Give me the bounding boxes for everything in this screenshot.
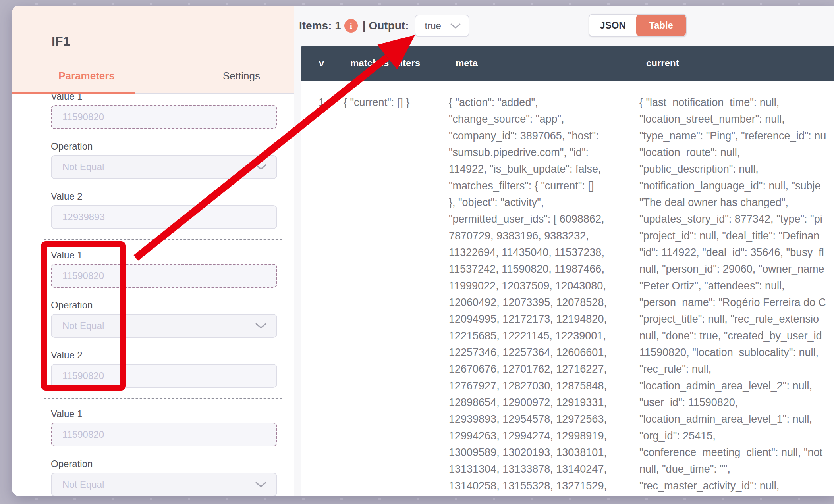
- operation-select[interactable]: Not Equal: [51, 473, 277, 496]
- items-count: Items: 1: [299, 19, 341, 32]
- cell-current: { "last_notification_time": null,"locati…: [639, 94, 834, 496]
- column-header-meta[interactable]: meta: [456, 46, 478, 81]
- parameters-scroll-area[interactable]: Value 1 Operation Not Equal Value 2 Valu…: [12, 94, 294, 496]
- node-header: IF1 Parameters Settings: [12, 6, 294, 94]
- condition-group-2: Value 1 Operation Not Equal Value 2: [51, 250, 294, 400]
- column-header-current[interactable]: current: [646, 46, 679, 81]
- tab-settings[interactable]: Settings: [223, 70, 260, 82]
- output-header: Items: 1 i | Output: true: [299, 6, 469, 46]
- field-label: Value 1: [51, 408, 294, 419]
- field-label: Operation: [51, 141, 294, 152]
- node-details-modal: IF1 Parameters Settings Value 1 Operatio…: [12, 6, 834, 496]
- field-label: Value 1: [51, 94, 294, 102]
- column-header-v[interactable]: v: [301, 46, 342, 81]
- field-label: Operation: [51, 458, 294, 469]
- field-label: Value 1: [51, 250, 294, 261]
- field-label: Operation: [51, 300, 294, 311]
- table-body[interactable]: 1 { "current": [] } { "action": "added",…: [301, 81, 834, 496]
- value2-input[interactable]: [51, 205, 277, 229]
- output-branch-select[interactable]: true: [415, 15, 469, 37]
- workflow-canvas-background: IF1 Parameters Settings Value 1 Operatio…: [0, 0, 834, 504]
- tab-parameters[interactable]: Parameters: [58, 70, 115, 82]
- node-title: IF1: [52, 34, 70, 49]
- view-toggle-table[interactable]: Table: [636, 15, 686, 36]
- field-label: Value 2: [51, 191, 294, 202]
- cell-meta: { "action": "added","change_source": "ap…: [449, 94, 626, 496]
- chevron-down-icon: [254, 164, 268, 171]
- table-header-row: v matches_filters meta current: [301, 46, 834, 81]
- cell-matches-filters: { "current": [] }: [344, 94, 409, 111]
- chevron-down-icon: [254, 481, 268, 488]
- operation-select[interactable]: Not Equal: [51, 155, 277, 179]
- output-label: | Output:: [363, 19, 409, 32]
- field-label: Value 2: [51, 350, 294, 361]
- view-mode-toggle: JSON Table: [589, 14, 687, 37]
- value1-input[interactable]: [51, 423, 277, 446]
- info-icon[interactable]: i: [344, 19, 358, 33]
- chevron-down-icon: [450, 23, 461, 29]
- operation-select[interactable]: Not Equal: [51, 314, 277, 338]
- value2-input[interactable]: [51, 364, 277, 388]
- chevron-down-icon: [254, 322, 268, 329]
- column-header-matches-filters[interactable]: matches_filters: [350, 46, 420, 81]
- output-branch-value: true: [425, 20, 441, 31]
- output-pane: Items: 1 i | Output: true JSON Table v m…: [294, 6, 834, 496]
- node-parameters-pane: IF1 Parameters Settings Value 1 Operatio…: [12, 6, 294, 496]
- value1-input[interactable]: [51, 264, 277, 288]
- condition-group-3: Value 1 Operation Not Equal: [51, 408, 294, 496]
- row-index: 1: [301, 94, 342, 111]
- value1-input[interactable]: [51, 105, 277, 129]
- condition-group-1: Value 1 Operation Not Equal Value 2: [51, 94, 294, 241]
- view-toggle-json[interactable]: JSON: [589, 15, 636, 36]
